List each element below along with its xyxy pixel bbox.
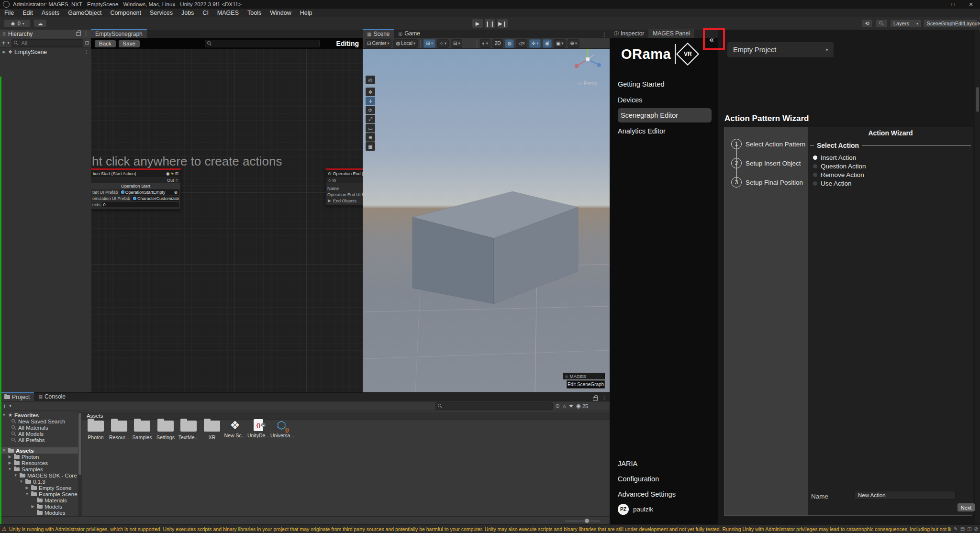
asset-unity-default[interactable]: {}▶ UnityDe...: [247, 419, 269, 438]
menu-file[interactable]: File: [0, 10, 18, 16]
hand-tool[interactable]: ✥: [366, 88, 375, 96]
number-field[interactable]: 0: [102, 202, 179, 207]
menu-ci[interactable]: CI: [198, 10, 213, 16]
next-button[interactable]: Next: [958, 503, 975, 511]
pivot-dropdown[interactable]: ⊡ Center ▾: [365, 39, 391, 48]
audio-toggle[interactable]: ◁×: [516, 39, 527, 48]
favorite-item[interactable]: New Saved Search: [0, 418, 78, 424]
rect-tool[interactable]: ▭: [366, 124, 375, 133]
asset-universal-rp[interactable]: ⬡{} Universa...: [270, 419, 292, 438]
edit-scenegraph-button[interactable]: Edit SceneGraph: [567, 380, 605, 389]
view-tool[interactable]: ◎: [366, 76, 375, 84]
progress-status-icon[interactable]: ⊘: [974, 526, 978, 532]
tree-item[interactable]: ▶Photon: [0, 454, 78, 460]
search-by-type-icon[interactable]: ⊙: [556, 403, 560, 409]
radio-remove-action[interactable]: Remove Action: [813, 171, 864, 178]
menu-window[interactable]: Window: [266, 10, 295, 16]
tab-inspector[interactable]: ⓘ Inspector: [610, 29, 648, 38]
menu-tools[interactable]: Tools: [243, 10, 266, 16]
increment-snap-toggle[interactable]: ⁘▾: [437, 39, 449, 48]
hierarchy-item-emptyscene[interactable]: ▶ ❖ EmptyScene ⋮: [0, 48, 91, 56]
node-operation-start[interactable]: tion Start (Start Action) ◉ ϟ ⊞ Out ○ Op…: [91, 168, 181, 210]
port-circle[interactable]: ○: [328, 178, 331, 183]
close-button[interactable]: ✕: [962, 1, 980, 8]
layout-dropdown[interactable]: SceneGraphEditLayout▾: [924, 19, 977, 28]
expand-arrow-icon[interactable]: ▶: [2, 50, 6, 54]
nav-analytics-editor[interactable]: Analytics Editor: [618, 127, 666, 135]
notifications-muted-icon[interactable]: ◫: [967, 526, 971, 532]
mages-overlay-header[interactable]: ≡ MAGES: [563, 373, 605, 379]
tree-arrow[interactable]: ▶: [25, 486, 29, 490]
asset-folder-xr[interactable]: XR: [201, 419, 223, 440]
rotate-tool[interactable]: ⟳: [366, 106, 375, 114]
radio-use-action[interactable]: Use Action: [813, 180, 852, 187]
tab-mages-panel[interactable]: MAGES Panel: [648, 29, 694, 38]
camera-dropdown[interactable]: ▣▾: [554, 39, 566, 48]
minimize-button[interactable]: —: [925, 1, 944, 7]
asset-folder-settings[interactable]: Settings: [155, 419, 177, 440]
prefab-field[interactable]: CharacterCustomizationCanvasEmp ⊗: [132, 196, 179, 201]
asset-folder-photon[interactable]: Photon: [85, 419, 107, 440]
tab-emptyscenegraph[interactable]: EmptyScenegraph: [91, 29, 147, 38]
tab-console[interactable]: ▤ Console: [34, 392, 70, 401]
asset-folder-resources[interactable]: Resour...: [108, 419, 130, 440]
nav-jaria[interactable]: JARIA: [618, 460, 637, 467]
tree-item-assets[interactable]: ▼ Assets: [0, 447, 78, 454]
asset-folder-textmesh[interactable]: TextMe...: [178, 419, 200, 440]
tree-item[interactable]: Modules: [0, 510, 78, 516]
scene-picker-icon[interactable]: ⊡: [85, 40, 89, 45]
prefab-field[interactable]: OperationStartEmpty ⊗: [120, 189, 179, 195]
orientation-gizmo[interactable]: y: [570, 49, 605, 74]
wizard-step-1[interactable]: 1 Select Action Pattern: [731, 139, 805, 149]
favorite-item[interactable]: All Materials: [0, 424, 78, 431]
scrollbar-track[interactable]: [78, 412, 82, 516]
package-status-icon[interactable]: ▤: [960, 526, 965, 532]
project-search-input[interactable]: [445, 403, 550, 410]
project-search[interactable]: [435, 402, 553, 410]
collapse-arrow-icon[interactable]: ▼: [2, 413, 6, 417]
projection-label[interactable]: ◁× Persp: [577, 80, 598, 86]
search-by-label-icon[interactable]: ⌂: [563, 403, 566, 409]
nav-advanced-settings[interactable]: Advanced Settings: [618, 490, 676, 498]
nav-scenegraph-editor[interactable]: Scenegraph Editor: [621, 111, 678, 119]
grid-snap-toggle[interactable]: ⊞▾: [423, 39, 435, 48]
expand-arrow-icon[interactable]: ▶: [327, 199, 332, 203]
scenegraph-search[interactable]: [205, 40, 320, 47]
hierarchy-search[interactable]: [11, 39, 83, 47]
radio-question-action[interactable]: Question Action: [813, 163, 866, 170]
menu-gameobject[interactable]: GameObject: [64, 10, 106, 16]
tree-arrow[interactable]: ▼: [19, 479, 23, 484]
copy-grid-icon[interactable]: ⊞: [175, 171, 178, 176]
layers-dropdown[interactable]: Layers▾: [890, 19, 922, 28]
custom-tool[interactable]: ▦: [366, 142, 375, 151]
scenegraph-search-input[interactable]: [214, 40, 317, 47]
lock-icon[interactable]: [76, 32, 81, 36]
user-account-row[interactable]: PZ paulzik: [618, 504, 653, 515]
2d-toggle[interactable]: 2D: [492, 39, 503, 48]
nav-getting-started[interactable]: Getting Started: [618, 80, 665, 88]
scrollbar-thumb[interactable]: [78, 413, 81, 475]
menu-help[interactable]: Help: [296, 10, 317, 16]
eye-icon[interactable]: ◉: [166, 171, 170, 176]
scene-visibility-toggle[interactable]: ◉̸: [543, 39, 552, 48]
tree-item[interactable]: ▶Empty Scene: [0, 485, 78, 491]
tree-item[interactable]: ▼Example Scene: [0, 491, 78, 497]
menu-services[interactable]: Services: [145, 10, 177, 16]
tree-item[interactable]: Materials: [0, 497, 78, 503]
kebab-menu-icon[interactable]: ⋮: [601, 395, 607, 401]
radio-insert-action[interactable]: Insert Action: [813, 154, 856, 161]
wizard-step-3[interactable]: 3 Setup Final Position: [731, 177, 803, 188]
scenegraph-canvas[interactable]: ht click anywhere to create actions tion…: [91, 49, 363, 392]
tree-arrow[interactable]: ▼: [13, 473, 18, 477]
shading-mode-dropdown[interactable]: ◐▾: [480, 39, 490, 48]
scene-viewport[interactable]: ◎ ✥ ✛ ⟳ ⤢ ▭ ⊕ ▦ y ◁×: [363, 49, 610, 392]
menu-jobs[interactable]: Jobs: [177, 10, 198, 16]
scrollbar-track[interactable]: [975, 30, 980, 524]
save-search-icon[interactable]: ★: [568, 403, 573, 409]
node-operation-end[interactable]: ⊙ Operation End (End ○ In Name Operation…: [325, 168, 363, 206]
code-coverage-icon[interactable]: ✎: [954, 526, 958, 532]
asset-zoom-slider[interactable]: [565, 521, 600, 522]
asset-folder-samples[interactable]: Samples: [131, 419, 153, 440]
clear-icon[interactable]: ⊗: [174, 190, 178, 195]
create-menu[interactable]: +: [3, 402, 7, 410]
